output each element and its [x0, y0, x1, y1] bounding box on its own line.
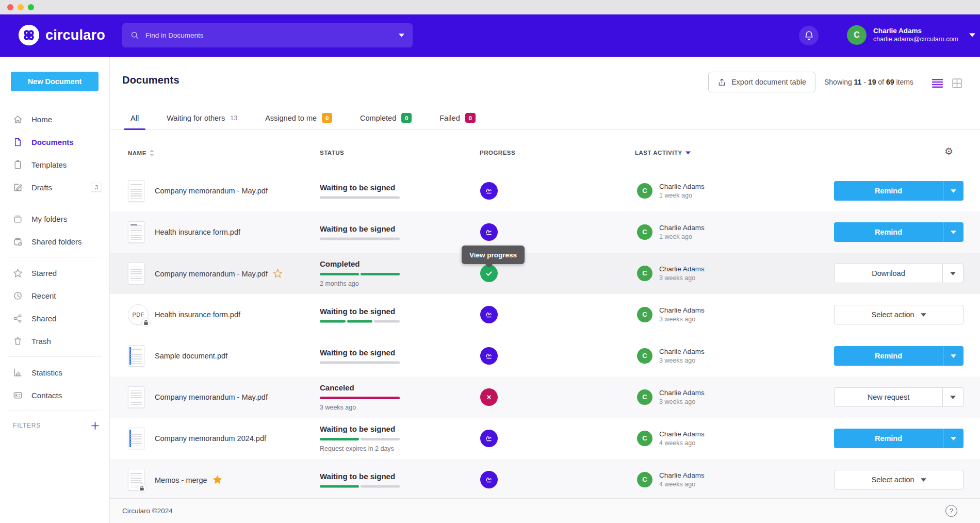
- minimize-window-button[interactable]: [18, 4, 24, 10]
- sidebar-item-contacts[interactable]: Contacts: [0, 384, 109, 406]
- grid-view-button[interactable]: [951, 77, 963, 89]
- row-action-button[interactable]: Remind: [834, 222, 963, 242]
- view-progress-button[interactable]: [480, 347, 498, 365]
- sidebar-divider: [7, 203, 102, 203]
- status-note: Request expires in 2 days: [320, 445, 402, 452]
- sidebar-item-label: Contacts: [31, 391, 62, 400]
- caret-down-icon: [951, 437, 956, 440]
- view-progress-button[interactable]: [480, 471, 498, 488]
- tab-completed[interactable]: Completed 0: [353, 106, 418, 129]
- table-settings-gear-icon[interactable]: ⚙: [944, 146, 953, 156]
- sidebar-item-drafts[interactable]: Drafts 3: [0, 176, 109, 199]
- sidebar-item-starred[interactable]: Starred: [0, 262, 109, 284]
- table-row[interactable]: Company memorandum - May.pdfWaiting to b…: [110, 170, 980, 211]
- status-progress-bar: [320, 238, 400, 240]
- document-thumbnail[interactable]: [128, 345, 144, 367]
- help-button[interactable]: ?: [945, 505, 957, 517]
- row-action-button[interactable]: Remind: [834, 429, 963, 448]
- new-document-button[interactable]: New Document: [11, 72, 99, 91]
- star-outline-icon[interactable]: [273, 269, 283, 279]
- document-name[interactable]: Health insurance form.pdf: [155, 228, 240, 236]
- last-activity-cell: CCharlie Adams3 weeks ago: [637, 265, 705, 282]
- close-window-button[interactable]: [7, 4, 13, 10]
- progress-cell: [480, 388, 498, 406]
- progress-segment: [320, 197, 400, 199]
- sidebar-item-statistics[interactable]: Statistics: [0, 361, 109, 384]
- sidebar-item-shared-folders[interactable]: Shared folders: [0, 230, 109, 253]
- document-name[interactable]: Company memorandum 2024.pdf: [155, 434, 266, 443]
- row-action-dropdown-toggle[interactable]: [943, 181, 963, 201]
- table-row[interactable]: Company memorandum - May.pdfCanceled3 we…: [110, 377, 980, 418]
- row-action-dropdown-toggle[interactable]: [942, 264, 963, 283]
- table-row[interactable]: Company memorandum 2024.pdfWaiting to be…: [110, 418, 980, 459]
- view-progress-button[interactable]: [480, 223, 498, 241]
- row-action-button[interactable]: Download: [834, 264, 963, 283]
- tab-all[interactable]: All: [124, 106, 145, 129]
- sidebar-divider: [7, 257, 102, 257]
- table-row[interactable]: Memos - mergeWaiting to be signedCCharli…: [110, 459, 980, 498]
- sidebar-item-home[interactable]: Home: [0, 108, 109, 130]
- document-thumbnail[interactable]: [128, 386, 144, 408]
- document-name[interactable]: Company memorandum - May.pdf: [155, 187, 268, 195]
- row-action-select[interactable]: Select action: [834, 470, 963, 489]
- document-name[interactable]: Company memorandum - May.pdf: [155, 393, 268, 401]
- sidebar-item-my-folders[interactable]: My folders: [0, 207, 109, 230]
- sidebar-item-label: Templates: [31, 160, 67, 169]
- zoom-window-button[interactable]: [28, 4, 34, 10]
- tab-failed[interactable]: Failed 0: [433, 106, 482, 129]
- row-action-dropdown-toggle[interactable]: [943, 429, 963, 448]
- star-filled-icon[interactable]: [213, 475, 222, 485]
- view-progress-button[interactable]: [480, 430, 498, 447]
- row-action-button[interactable]: Remind: [834, 346, 963, 366]
- row-action-button[interactable]: Remind: [834, 181, 963, 201]
- view-progress-button[interactable]: [480, 182, 498, 200]
- document-name[interactable]: Company memorandum - May.pdf: [155, 269, 268, 277]
- table-row[interactable]: Company memorandum - May.pdfCompleted2 m…: [110, 253, 980, 294]
- column-header-progress[interactable]: PROGRESS: [480, 150, 515, 156]
- document-thumbnail[interactable]: [128, 180, 144, 202]
- document-name[interactable]: Health insurance form.pdf: [155, 310, 240, 319]
- add-filter-button[interactable]: [91, 422, 99, 430]
- thumbnail-text-lines: [130, 267, 142, 281]
- column-header-last-activity[interactable]: LAST ACTIVITY: [635, 150, 691, 156]
- document-name[interactable]: Sample document.pdf: [155, 352, 227, 360]
- search-scope-caret-icon[interactable]: [399, 34, 404, 37]
- signature-icon: [484, 310, 494, 319]
- tab-waiting-for-others[interactable]: Waiting for others 13: [160, 106, 244, 129]
- document-thumbnail[interactable]: [128, 221, 144, 243]
- list-view-button[interactable]: [931, 77, 943, 89]
- table-row[interactable]: Sample document.pdfWaiting to be signedC…: [110, 335, 980, 377]
- sidebar-item-label: My folders: [31, 215, 67, 223]
- document-thumbnail[interactable]: [128, 263, 144, 284]
- global-search[interactable]: [122, 23, 413, 47]
- user-menu[interactable]: C Charlie Adams charlie.adams@circularo.…: [847, 25, 975, 45]
- column-header-name[interactable]: NAME: [128, 150, 154, 156]
- notifications-button[interactable]: [799, 26, 819, 45]
- pdf-thumbnail[interactable]: PDF: [128, 304, 149, 325]
- app-logo[interactable]: circularo: [19, 25, 105, 45]
- table-row[interactable]: PDFHealth insurance form.pdfWaiting to b…: [110, 294, 980, 335]
- sidebar-item-trash[interactable]: Trash: [0, 330, 109, 352]
- actor-name: Charlie Adams: [659, 265, 705, 274]
- table-row[interactable]: Health insurance form.pdfWaiting to be s…: [110, 211, 980, 253]
- sidebar-item-documents[interactable]: Documents: [0, 130, 109, 153]
- export-document-table-button[interactable]: Export document table: [708, 72, 815, 92]
- sidebar-item-shared[interactable]: Shared: [0, 307, 109, 330]
- tab-assigned-to-me[interactable]: Assigned to me 0: [258, 106, 339, 129]
- sidebar-item-recent[interactable]: Recent: [0, 284, 109, 307]
- row-action-button[interactable]: New request: [834, 387, 963, 407]
- document-name[interactable]: Memos - merge: [155, 476, 207, 484]
- row-action-dropdown-toggle[interactable]: [943, 346, 963, 366]
- document-thumbnail[interactable]: [128, 428, 144, 449]
- column-header-status[interactable]: STATUS: [320, 150, 344, 156]
- document-thumbnail[interactable]: [128, 469, 144, 491]
- search-input[interactable]: [145, 31, 399, 39]
- view-progress-button[interactable]: [480, 388, 498, 406]
- grid-view-icon: [952, 78, 962, 89]
- row-action-dropdown-toggle[interactable]: [942, 388, 963, 406]
- row-action-select[interactable]: Select action: [834, 305, 963, 324]
- sidebar-item-templates[interactable]: Templates: [0, 153, 109, 176]
- view-progress-button[interactable]: [480, 306, 498, 323]
- last-activity-cell: CCharlie Adams3 weeks ago: [637, 306, 705, 323]
- row-action-dropdown-toggle[interactable]: [943, 222, 963, 242]
